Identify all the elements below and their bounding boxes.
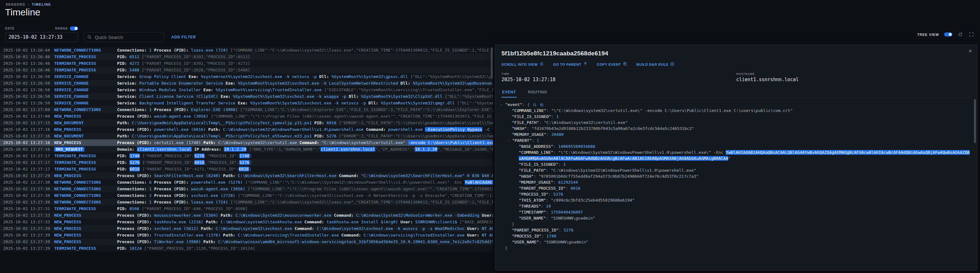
close-button[interactable]: × xyxy=(966,48,974,54)
detail-seg-lbl: User: xyxy=(398,219,415,224)
detail-seg-lbl: User: xyxy=(479,213,493,217)
timeline-row[interactable]: 2025-10-02 13:27:30 NETWORK_CONNECTIONS … xyxy=(0,199,493,205)
json-line[interactable]: - "event": { xyxy=(500,102,971,108)
tree-view-toggle[interactable] xyxy=(944,32,952,37)
refresh-button[interactable] xyxy=(957,32,963,37)
json-line[interactable]: "THREADS": 19 xyxy=(500,203,971,209)
timeline-list[interactable]: 2025-10-02 13:26:44 NETWORK_CONNECTIONS … xyxy=(0,47,493,252)
detail-seg-lbl: Process (PID): xyxy=(117,219,154,224)
json-line[interactable]: "HASH": "9785001b0dcf755edd8af294a373c0b… xyxy=(500,173,971,179)
detail-seg-val: C:\Windows\System32\MoUsoCoreWorker.exe … xyxy=(356,213,479,217)
detail-seg-dim: ["DNS_TYPE":1,"DOMAIN_NAME":" xyxy=(247,147,320,152)
detail-seg-hl: -ExecutionPolicy Bypass xyxy=(425,127,482,132)
timeline-row[interactable]: 2025-10-02 13:27:16 DNS_REQUEST Domain: … xyxy=(0,146,493,152)
timeline-row[interactable]: 2025-10-02 13:27:39 NEW_PROCESS Process … xyxy=(0,232,493,238)
detail-seg-dim: ","IP_ADDRESS":" xyxy=(375,147,415,152)
detail-seg-val: SearchFilterHost.exe (8240) xyxy=(154,173,220,178)
search-icon[interactable] xyxy=(533,102,537,107)
timeline-row[interactable]: 2025-10-02 13:27:30 NETWORK_CONNECTIONS … xyxy=(0,186,493,192)
json-line[interactable]: "FILE_PATH": "C:\Windows\system32\certut… xyxy=(500,119,971,125)
timeline-row[interactable]: 2025-10-02 13:27:00 NEW_PROCESS Process … xyxy=(0,113,493,119)
tab-event[interactable]: EVENT xyxy=(501,87,517,97)
tab-routing[interactable]: ROUTING xyxy=(527,87,548,97)
date-input[interactable] xyxy=(5,32,78,42)
row-time: 2025-10-02 13:27:00 xyxy=(0,114,54,119)
timeline-row[interactable]: 2025-10-02 13:26:46 TERMINATE_PROCESS PI… xyxy=(0,60,493,67)
timeline-row[interactable]: 2025-10-02 13:26:50 SERVICE_CHANGE Servi… xyxy=(0,73,493,80)
json-line[interactable]: } xyxy=(500,221,971,227)
timeline-row[interactable]: 2025-10-02 13:27:17 TERMINATE_PROCESS PI… xyxy=(0,166,493,172)
timeline-row[interactable]: 2025-10-02 13:26:50 SERVICE_CHANGE Servi… xyxy=(0,86,493,93)
breadcrumb-timeline[interactable]: TIMELINE xyxy=(32,3,51,6)
json-line[interactable]: "USER_NAME": "SSNRSHNN\goadmin" xyxy=(500,215,971,221)
event-json-viewer[interactable]: - "event": {"COMMAND_LINE": "\"C:\Window… xyxy=(495,98,977,270)
timeline-row[interactable]: 2025-10-02 13:27:17 TERMINATE_PROCESS PI… xyxy=(0,152,493,159)
timeline-row[interactable]: 2025-10-02 13:26:50 SERVICE_CHANGE Servi… xyxy=(0,93,493,100)
json-line[interactable]: "PARENT_PROCESS_ID": 5276 xyxy=(500,227,971,233)
timeline-row[interactable]: 2025-10-02 13:27:15 NEW_DOCUMENT Path: C… xyxy=(0,119,493,126)
build-dr-rule-button[interactable]: BUILD D&R RULE xyxy=(636,62,675,67)
json-line[interactable]: "PARENT_PROCESS_ID": 6016 xyxy=(500,185,971,191)
copy-event-button[interactable]: COPY EVENT xyxy=(597,62,627,67)
json-token-pun: : xyxy=(527,126,532,131)
timeline-row[interactable]: 2025-10-02 13:26:44 NETWORK_CONNECTIONS … xyxy=(0,47,493,54)
detail-seg-hl: 5276 xyxy=(194,154,205,158)
timeline-row[interactable]: 2025-10-02 13:27:30 NETWORK_CONNECTIONS … xyxy=(0,179,493,186)
search-input-wrapper[interactable] xyxy=(84,32,164,42)
json-line[interactable]: "USER_NAME": "SSNRSHNN\goadmin" xyxy=(500,239,971,245)
row-time: 2025-10-02 13:27:15 xyxy=(0,121,54,125)
add-filter-button[interactable]: ADD FILTER xyxy=(170,32,197,42)
detail-seg-hl: 6016 xyxy=(194,160,205,165)
timeline-row[interactable]: 2025-10-02 13:27:16 NEW_PROCESS Process … xyxy=(0,126,493,133)
json-line[interactable]: "TIMESTAMP": 1759440436097 xyxy=(500,209,971,215)
json-line[interactable]: "COMMAND_LINE": "\"C:\Windows\System32\W… xyxy=(500,149,971,161)
json-line[interactable]: "THIS_ATOM": "c999c6c3bfd3c25eb4d5502968… xyxy=(500,197,971,203)
detail-seg-val: C:\Windows\system32\svchost.exe -k wusvc… xyxy=(317,226,465,231)
json-line[interactable]: "BASE_ADDRESS": 140695589034688 xyxy=(500,143,971,149)
json-line[interactable]: "HASH": "fd1670b43e2d9188b12b233780bf043… xyxy=(500,125,971,132)
json-line[interactable]: } xyxy=(500,245,971,251)
json-line[interactable]: "PROCESS_ID": 1740 xyxy=(500,233,971,239)
timeline-row[interactable]: 2025-10-02 13:27:33 NEW_PROCESS Process … xyxy=(0,212,493,219)
json-line[interactable]: "COMMAND_LINE": "\"C:\Windows\system32\c… xyxy=(500,108,971,114)
json-line[interactable]: "FILE_IS_SIGNED": 1 xyxy=(500,114,971,119)
fullscreen-button[interactable] xyxy=(968,32,974,37)
timeline-scrollbar[interactable] xyxy=(491,48,493,78)
timeline-row[interactable]: 2025-10-02 13:27:00 NETWORK_CONNECTIONS … xyxy=(0,106,493,113)
json-line[interactable]: "MEMORY_USAGE": 61292544 xyxy=(500,179,971,185)
row-detail: Connections: 6 Process (PID): powershell… xyxy=(117,180,493,185)
json-line[interactable]: "FILE_IS_SIGNED": 1 xyxy=(500,161,971,167)
timeline-row[interactable]: 2025-10-02 13:26:46 TERMINATE_PROCESS PI… xyxy=(0,67,493,73)
timeline-row[interactable]: 2025-10-02 13:27:30 NETWORK_CONNECTIONS … xyxy=(0,192,493,199)
go-to-parent-button[interactable]: GO TO PARENT xyxy=(553,62,587,67)
row-detail: Process (PID): mousocoreworker.exe (5364… xyxy=(117,213,493,217)
scroll-into-view-button[interactable]: SCROLL INTO VIEW xyxy=(501,62,544,67)
timeline-row[interactable]: 2025-10-02 13:26:50 SERVICE_CHANGE Servi… xyxy=(0,80,493,86)
row-type: NEW_PROCESS xyxy=(54,213,117,217)
row-time: 2025-10-02 13:26:46 xyxy=(0,54,54,59)
json-line[interactable]: "PROCESS_ID": 5276 xyxy=(500,191,971,197)
event-type-label: TERMINATE_PROCESS xyxy=(54,54,96,59)
json-token-pun: : xyxy=(549,192,554,197)
timeline-row[interactable]: 2025-10-02 13:27:29 NEW_PROCESS Process … xyxy=(0,172,493,179)
search-input[interactable] xyxy=(94,34,157,40)
timeline-row[interactable]: 2025-10-02 13:27:16 NEW_DOCUMENT Path: C… xyxy=(0,133,493,139)
timeline-row[interactable]: 2025-10-02 13:27:31 TERMINATE_PROCESS PI… xyxy=(0,205,493,212)
timeline-row[interactable]: 2025-10-02 13:27:39 TERMINATE_PROCESS PI… xyxy=(0,245,493,252)
copy-icon[interactable] xyxy=(540,102,544,107)
detail-seg-lbl: PID: xyxy=(117,61,129,66)
timeline-row[interactable]: 2025-10-02 13:26:46 TERMINATE_PROCESS PI… xyxy=(0,54,493,60)
json-token-pun: : { xyxy=(522,102,530,107)
json-line[interactable]: "MEMORY_USAGE": 20480 xyxy=(500,132,971,137)
json-line[interactable]: "FILE_PATH": "C:\Windows\System32\Window… xyxy=(500,167,971,173)
timeline-row[interactable]: 2025-10-02 13:27:17 TERMINATE_PROCESS PI… xyxy=(0,159,493,166)
timeline-row[interactable]: 2025-10-02 13:27:16 NEW_PROCESS Process … xyxy=(0,139,493,146)
timeline-row[interactable]: 2025-10-02 13:27:39 NEW_PROCESS Process … xyxy=(0,238,493,245)
timeline-row[interactable]: 2025-10-02 13:27:33 NEW_PROCESS Process … xyxy=(0,219,493,225)
timeline-row[interactable]: 2025-10-02 13:27:39 NEW_PROCESS Process … xyxy=(0,225,493,232)
panel-scrollbar[interactable] xyxy=(974,99,976,143)
timeline-row[interactable]: 2025-10-02 13:26:50 SERVICE_CHANGE Servi… xyxy=(0,100,493,106)
range-toggle[interactable] xyxy=(70,26,78,30)
json-line[interactable]: - "PARENT": { xyxy=(500,137,971,143)
breadcrumb-sensors[interactable]: SENSORS xyxy=(6,3,25,6)
